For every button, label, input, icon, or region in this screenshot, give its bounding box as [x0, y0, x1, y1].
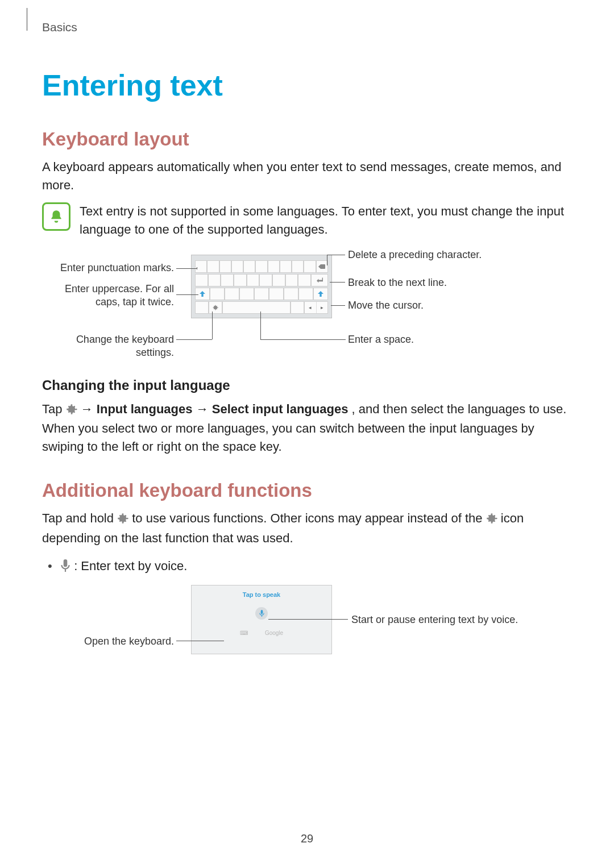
callout-delete: Delete a preceding character. [348, 248, 564, 261]
settings-key [209, 301, 222, 314]
gear-icon [117, 511, 128, 529]
keyboard-diagram: ◂▸ Enter punctuation marks. Enter upperc… [42, 255, 572, 357]
notice-text: Text entry is not supported in some lang… [80, 202, 572, 239]
voice-panel-google: Google [265, 630, 283, 636]
bullet-list: : Enter text by voice. [48, 556, 572, 577]
callout-open-keyboard: Open the keyboard. [42, 635, 174, 648]
callout-uppercase: Enter uppercase. For all caps, tap it tw… [42, 283, 174, 309]
keyboard-graphic: ◂▸ [191, 255, 332, 318]
punctuation-key [291, 301, 304, 314]
callout-settings: Change the keyboard settings. [42, 333, 174, 360]
gear-icon [486, 511, 497, 529]
space-key [222, 301, 291, 314]
callout-cursor: Move the cursor. [348, 299, 564, 312]
symbol-key [195, 301, 209, 314]
header-separator [26, 8, 28, 31]
callout-start-pause: Start or pause entering text by voice. [351, 613, 567, 626]
shift-key-right [313, 288, 328, 300]
page-header: Basics [42, 20, 572, 34]
page-title: Entering text [42, 68, 572, 102]
enter-key [311, 274, 328, 286]
voice-diagram: Tap to speak ⌨ Google Open the keyboard.… [42, 585, 572, 665]
additional-functions-text: Tap and hold to use various functions. O… [42, 509, 572, 547]
heading-change-language: Changing the input language [42, 377, 572, 393]
gear-icon [66, 402, 77, 420]
callout-newline: Break to the next line. [348, 276, 564, 289]
keyboard-intro: A keyboard appears automatically when yo… [42, 158, 572, 194]
heading-keyboard-layout: Keyboard layout [42, 128, 572, 150]
callout-space: Enter a space. [348, 333, 564, 346]
microphone-icon [60, 558, 70, 577]
tap-to-speak-label: Tap to speak [243, 591, 280, 598]
bullet-voice: : Enter text by voice. [48, 556, 572, 577]
voice-panel-keyboard-icon: ⌨ [240, 630, 248, 636]
callout-punctuation: Enter punctuation marks. [42, 261, 174, 275]
bell-icon [42, 202, 70, 231]
backspace-key [316, 260, 328, 273]
voice-mic-button [255, 607, 268, 620]
cursor-keys: ◂▸ [304, 301, 328, 314]
voice-panel: Tap to speak ⌨ Google [191, 585, 332, 654]
notice-box: Text entry is not supported in some lang… [42, 202, 572, 239]
section-name: Basics [42, 20, 77, 34]
heading-additional-functions: Additional keyboard functions [42, 480, 572, 501]
page-number: 29 [0, 832, 614, 845]
change-language-text: Tap → Input languages → Select input lan… [42, 400, 572, 456]
shift-key-left [195, 288, 210, 300]
